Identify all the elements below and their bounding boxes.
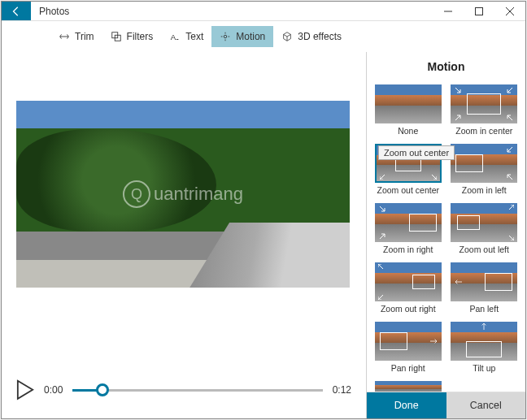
watermark-text: uantrimang <box>154 184 243 205</box>
done-button[interactable]: Done <box>367 392 446 418</box>
trim-icon <box>59 31 70 42</box>
motion-tile-tilt-up[interactable]: Tilt up <box>450 322 520 378</box>
duration-time: 0:12 <box>333 384 351 396</box>
sidebar-buttons: Done Cancel <box>367 392 525 418</box>
motion-tile-pan-left[interactable]: Pan left <box>450 262 520 318</box>
tile-label: Zoom out left <box>459 242 509 259</box>
tile-label: Pan right <box>391 361 425 378</box>
app-title: Photos <box>31 2 433 20</box>
play-icon <box>16 379 34 401</box>
minimize-button[interactable] <box>433 2 464 20</box>
tile-label: Tilt up <box>473 361 495 378</box>
motion-icon <box>220 31 231 42</box>
text-icon: A <box>169 31 181 42</box>
tool-label: Text <box>185 31 203 42</box>
motion-tile-zoom-in-right[interactable]: Zoom in right <box>373 203 443 259</box>
timeline-slider[interactable] <box>72 383 322 397</box>
3d-effects-icon <box>281 31 293 42</box>
motion-gallery[interactable]: None Zoom in center <box>367 84 525 392</box>
minimize-icon <box>444 7 452 15</box>
svg-point-5 <box>224 35 227 38</box>
tool-label: Filters <box>127 31 154 42</box>
body: Q uantrimang 0:00 0:12 Motion <box>2 52 525 418</box>
motion-tile-zoom-in-left[interactable]: Zoom in left <box>450 144 520 200</box>
cancel-button[interactable]: Cancel <box>446 392 526 418</box>
playback-controls: 0:00 0:12 <box>16 381 351 399</box>
close-button[interactable] <box>494 2 525 20</box>
tool-3d-effects[interactable]: 3D effects <box>273 26 350 47</box>
toolbar: Trim Filters A Text Motion 3D effects <box>2 21 525 52</box>
tool-label: Motion <box>236 31 265 42</box>
tool-label: Trim <box>75 31 94 42</box>
tile-label: Zoom in left <box>462 183 507 200</box>
watermark: Q uantrimang <box>123 180 243 208</box>
maximize-button[interactable] <box>464 2 494 20</box>
motion-tile-none[interactable]: None <box>373 84 443 141</box>
motion-tile-pan-right[interactable]: Pan right <box>373 322 443 378</box>
window: Photos Trim Filters A Text Motion 3D eff… <box>1 1 526 419</box>
motion-tile-zoom-out-center[interactable]: Zoom out center Zoom out center <box>373 144 443 200</box>
main-area: Q uantrimang 0:00 0:12 <box>2 52 366 418</box>
tool-text[interactable]: A Text <box>161 26 211 47</box>
maximize-icon <box>475 7 483 15</box>
tool-trim[interactable]: Trim <box>50 26 102 47</box>
slider-track <box>72 389 322 392</box>
current-time: 0:00 <box>44 384 63 396</box>
arrow-left-icon <box>11 6 22 17</box>
tile-label: Zoom in center <box>455 123 512 141</box>
filters-icon <box>111 31 122 42</box>
tile-label: Pan left <box>469 301 499 318</box>
svg-rect-1 <box>476 7 483 15</box>
motion-sidebar: Motion None <box>366 52 525 418</box>
play-button[interactable] <box>16 381 34 399</box>
back-button[interactable] <box>2 2 31 20</box>
tool-label: 3D effects <box>298 31 342 42</box>
video-preview[interactable]: Q uantrimang <box>16 101 350 288</box>
titlebar: Photos <box>2 2 525 21</box>
motion-tile-partial[interactable] <box>373 381 443 392</box>
tool-motion[interactable]: Motion <box>211 26 273 47</box>
tile-label: None <box>398 123 418 141</box>
tile-label: Zoom in right <box>383 242 433 259</box>
close-icon <box>506 7 514 15</box>
tile-label: Zoom out center <box>377 183 439 200</box>
watermark-glyph: Q <box>123 180 150 208</box>
slider-thumb[interactable] <box>96 383 109 396</box>
tile-label: Zoom out right <box>381 301 436 318</box>
tool-filters[interactable]: Filters <box>102 26 162 47</box>
tooltip: Zoom out center <box>378 145 455 160</box>
motion-tile-zoom-in-center[interactable]: Zoom in center <box>450 84 520 141</box>
svg-text:A: A <box>171 32 176 41</box>
motion-tile-zoom-out-left[interactable]: Zoom out left <box>450 203 520 259</box>
motion-tile-zoom-out-right[interactable]: Zoom out right <box>373 262 443 318</box>
sidebar-title: Motion <box>367 52 525 84</box>
